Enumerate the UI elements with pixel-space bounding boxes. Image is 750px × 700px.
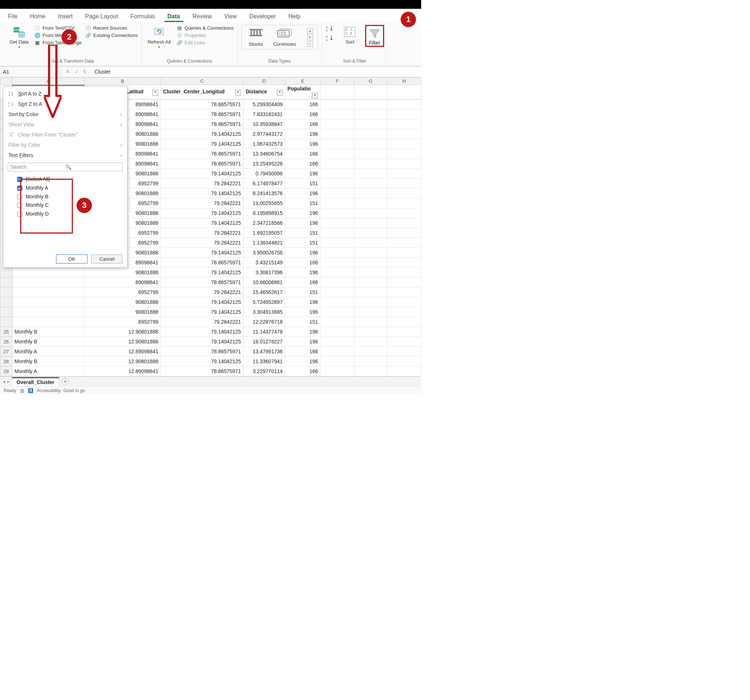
cell[interactable] xyxy=(387,317,421,327)
row-header[interactable] xyxy=(0,268,12,278)
cell[interactable] xyxy=(320,327,354,337)
row-header[interactable]: 29 xyxy=(0,367,12,376)
filter-ok-button[interactable]: OK xyxy=(56,255,88,264)
refresh-all-button[interactable]: Refresh All ▾ xyxy=(145,25,173,50)
cell[interactable] xyxy=(387,278,421,287)
clear-filter-item[interactable]: Clear Filter From "Cluster" xyxy=(3,130,127,140)
filter-dropdown-button[interactable]: ▼ xyxy=(235,90,241,95)
cell[interactable]: 1.692195057 xyxy=(243,228,285,238)
filter-cancel-button[interactable]: Cancel xyxy=(91,255,123,264)
cell[interactable]: 12.89098841 xyxy=(84,367,160,376)
cell[interactable] xyxy=(320,297,354,307)
cell[interactable]: 79.14042125 xyxy=(161,139,244,149)
cell[interactable]: 12.90801888 xyxy=(84,337,160,347)
gallery-more-icon[interactable]: ▿ xyxy=(307,41,313,47)
tab-data[interactable]: Data xyxy=(164,11,183,22)
filter-option[interactable]: Monthly A xyxy=(16,184,122,193)
cell[interactable] xyxy=(387,218,421,228)
cell[interactable]: 3.43215149 xyxy=(243,258,285,268)
cell[interactable]: 79.14042125 xyxy=(161,327,244,337)
cell[interactable] xyxy=(387,139,421,149)
gallery-up-icon[interactable]: ▴ xyxy=(307,28,313,34)
cell[interactable] xyxy=(387,169,421,179)
cell[interactable] xyxy=(387,109,421,119)
cell[interactable]: 78.86575971 xyxy=(161,109,244,119)
column-header-D[interactable]: D xyxy=(243,78,285,85)
cell[interactable] xyxy=(320,268,354,278)
cell[interactable] xyxy=(354,337,387,347)
add-sheet-button[interactable]: ＋ xyxy=(61,378,69,385)
cell[interactable]: 78.86575971 xyxy=(161,119,244,129)
cell[interactable]: 79.14042125 xyxy=(161,129,244,139)
cell[interactable]: 78.86575971 xyxy=(161,100,244,109)
sort-az-mini-icon[interactable]: AZ xyxy=(326,25,335,32)
cell[interactable]: 166 xyxy=(285,347,320,356)
cell[interactable] xyxy=(387,287,421,297)
filter-option[interactable]: Monthly D xyxy=(16,210,122,219)
cell[interactable]: 12.89098841 xyxy=(84,347,160,356)
cell[interactable]: 8.241413576 xyxy=(243,189,285,198)
tab-file[interactable]: File xyxy=(5,11,20,22)
header-cell[interactable]: Cluster_Center_Longitud▼ xyxy=(161,85,244,100)
accept-formula-icon[interactable]: ✓ xyxy=(74,69,79,75)
cell[interactable]: 196 xyxy=(285,169,320,179)
filter-dropdown-button[interactable]: ▼ xyxy=(152,90,158,95)
cell[interactable]: 196 xyxy=(285,268,320,278)
cell[interactable]: 2.347218566 xyxy=(243,218,285,228)
cell[interactable]: 151 xyxy=(285,317,320,327)
cell[interactable]: 79.14042125 xyxy=(161,189,244,198)
cell[interactable]: 6.174978477 xyxy=(243,179,285,189)
cell[interactable] xyxy=(354,129,387,139)
cell[interactable] xyxy=(354,228,387,238)
cell[interactable] xyxy=(320,238,354,248)
row-header[interactable] xyxy=(0,297,12,307)
cell[interactable] xyxy=(320,258,354,268)
data-type-stocks[interactable]: Stocks xyxy=(247,28,264,47)
cell[interactable] xyxy=(320,367,354,376)
cell[interactable]: 166 xyxy=(285,278,320,287)
filter-button[interactable]: Filter xyxy=(365,25,384,47)
cell[interactable]: 79.2842221 xyxy=(161,238,244,248)
column-header-B[interactable]: B xyxy=(84,78,160,85)
cell[interactable]: 1.138344821 xyxy=(243,238,285,248)
cell[interactable]: 196 xyxy=(285,356,320,367)
cell[interactable] xyxy=(354,297,387,307)
cell[interactable] xyxy=(12,297,84,307)
cell[interactable]: 196 xyxy=(285,337,320,347)
cell[interactable]: 5.299304409 xyxy=(243,100,285,109)
cell[interactable]: 166 xyxy=(285,149,320,159)
cell[interactable] xyxy=(320,119,354,129)
cell[interactable]: Monthly A xyxy=(12,367,84,376)
sort-za-mini-icon[interactable]: ZA xyxy=(326,34,335,42)
sort-za-item[interactable]: ZA Sort Z to A xyxy=(3,99,127,109)
cell[interactable] xyxy=(387,307,421,317)
cell[interactable]: 166 xyxy=(285,119,320,129)
cell[interactable] xyxy=(387,238,421,248)
cell[interactable] xyxy=(320,287,354,297)
cell[interactable]: 18.01278227 xyxy=(243,337,285,347)
cell[interactable]: Monthly B xyxy=(12,356,84,367)
filter-option[interactable]: Monthly C xyxy=(16,201,122,210)
cell[interactable]: 79.14042125 xyxy=(161,337,244,347)
cell[interactable]: 12.22876718 xyxy=(243,317,285,327)
cell[interactable]: 196 xyxy=(285,189,320,198)
sort-button[interactable]: ZAAZ Sort xyxy=(339,25,361,46)
cell[interactable]: 78.86575971 xyxy=(161,278,244,287)
cell[interactable] xyxy=(354,238,387,248)
cell[interactable]: 151 xyxy=(285,287,320,297)
cell[interactable] xyxy=(320,248,354,258)
cell[interactable] xyxy=(320,129,354,139)
cell[interactable] xyxy=(320,169,354,179)
filter-dropdown-button[interactable]: ▼ xyxy=(312,93,318,98)
filter-search-input[interactable]: Search 🔍 xyxy=(8,163,123,171)
cell[interactable] xyxy=(387,327,421,337)
cell[interactable]: 12.90801888 xyxy=(84,356,160,367)
edit-links-button[interactable]: 🔗Edit Links xyxy=(177,40,234,45)
cell[interactable] xyxy=(387,356,421,367)
cell[interactable]: 151 xyxy=(285,198,320,208)
cell[interactable] xyxy=(354,248,387,258)
cancel-formula-icon[interactable]: ✕ xyxy=(66,69,70,75)
cell[interactable] xyxy=(387,85,421,100)
cell[interactable]: 166 xyxy=(285,100,320,109)
cell[interactable] xyxy=(354,85,387,100)
